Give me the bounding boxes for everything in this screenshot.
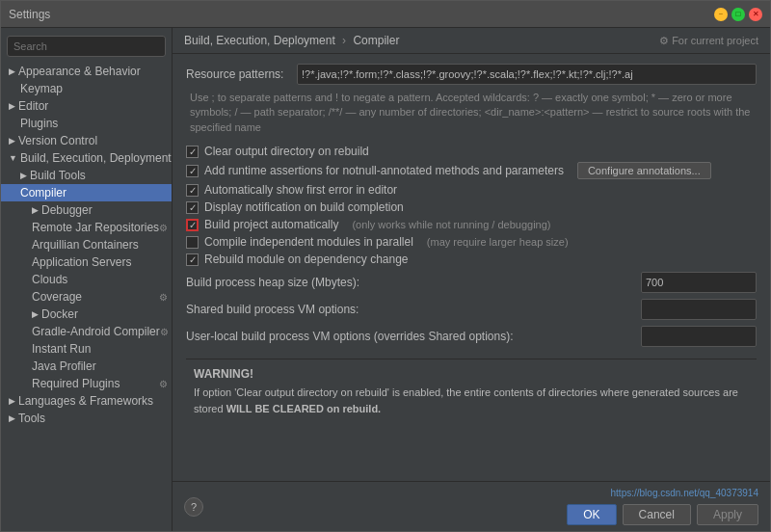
main-panel: Build, Execution, Deployment › Compiler … (173, 28, 770, 531)
sidebar-item-required-plugins[interactable]: Required Plugins ⚙ (1, 375, 172, 392)
build-auto-label[interactable]: Build project automatically (204, 218, 338, 231)
sidebar-item-languages[interactable]: ▶ Languages & Frameworks (1, 392, 172, 410)
settings-icon: ⚙ (160, 327, 169, 337)
checkbox-auto-show: Automatically show first error in editor (186, 183, 757, 197)
sidebar-item-gradle-android[interactable]: Gradle-Android Compiler ⚙ (1, 323, 172, 340)
sidebar-item-plugins[interactable]: Plugins (1, 115, 172, 132)
sidebar: ▶ Appearance & Behavior Keymap ▶ Editor … (1, 28, 173, 531)
main-content: ▶ Appearance & Behavior Keymap ▶ Editor … (1, 28, 770, 531)
display-notif-label[interactable]: Display notification on build completion (204, 200, 404, 214)
sidebar-item-app-servers[interactable]: Application Servers (1, 253, 172, 271)
checkbox-build-auto: Build project automatically (only works … (186, 218, 757, 231)
warning-bold: WILL BE CLEARED on rebuild. (226, 403, 382, 414)
rebuild-module-label[interactable]: Rebuild module on dependency change (204, 253, 409, 266)
sidebar-item-editor[interactable]: ▶ Editor (1, 97, 172, 115)
add-runtime-label[interactable]: Add runtime assertions for notnull-annot… (204, 164, 564, 177)
breadcrumb-separator: › (342, 34, 346, 47)
resource-patterns-row: Resource patterns: (186, 64, 757, 85)
breadcrumb-current: Compiler (353, 34, 399, 47)
close-button[interactable]: ✕ (749, 8, 762, 21)
sidebar-item-docker[interactable]: ▶ Docker (1, 306, 172, 323)
settings-icon: ⚙ (159, 379, 168, 389)
expand-arrow: ▶ (9, 396, 15, 406)
apply-button[interactable]: Apply (697, 504, 758, 525)
checkbox-rebuild-module: Rebuild module on dependency change (186, 253, 757, 266)
help-button[interactable]: ? (184, 497, 203, 517)
settings-icon: ⚙ (159, 292, 168, 303)
ok-button[interactable]: OK (567, 504, 616, 525)
compile-parallel-sidenote: (may require larger heap size) (427, 236, 569, 248)
cancel-button[interactable]: Cancel (623, 504, 691, 525)
sidebar-item-build-tools[interactable]: ▶ Build Tools (1, 167, 172, 184)
for-current-project[interactable]: ⚙ For current project (659, 35, 758, 47)
user-local-vm-row: User-local build process VM options (ove… (186, 326, 757, 347)
resource-label: Resource patterns: (186, 67, 297, 81)
clear-output-label[interactable]: Clear output directory on rebuild (204, 145, 369, 158)
settings-icon: ⚙ (159, 223, 168, 233)
clear-output-checkbox[interactable] (186, 146, 199, 158)
auto-show-label[interactable]: Automatically show first error in editor (204, 183, 397, 197)
rebuild-module-checkbox[interactable] (186, 253, 199, 266)
shared-vm-label: Shared build process VM options: (186, 303, 641, 316)
display-notif-checkbox[interactable] (186, 201, 199, 214)
sidebar-item-coverage[interactable]: Coverage ⚙ (1, 288, 172, 306)
bottom-bar: ? https://blog.csdn.net/qq_40373914 OK C… (173, 481, 770, 531)
heap-label: Build process heap size (Mbytes): (186, 276, 641, 289)
footer-link: https://blog.csdn.net/qq_40373914 (611, 488, 758, 498)
warning-text: If option 'Clear output directory on reb… (194, 385, 749, 416)
user-local-vm-label: User-local build process VM options (ove… (186, 330, 641, 343)
checkbox-compile-parallel: Compile independent modules in parallel … (186, 235, 757, 249)
warning-title: WARNING! (194, 367, 749, 381)
compile-parallel-label[interactable]: Compile independent modules in parallel (204, 235, 413, 249)
auto-show-checkbox[interactable] (186, 184, 199, 197)
window-controls: − □ ✕ (714, 8, 762, 21)
expand-arrow: ▶ (32, 205, 39, 215)
warning-section: WARNING! If option 'Clear output directo… (186, 359, 757, 424)
shared-vm-input[interactable] (641, 299, 757, 320)
settings-window: Settings − □ ✕ ▶ Appearance & Behavior K… (0, 0, 771, 532)
checkbox-display-notif: Display notification on build completion (186, 200, 757, 214)
breadcrumb-path: Build, Execution, Deployment (184, 34, 335, 47)
user-local-vm-input[interactable] (641, 326, 757, 347)
sidebar-item-compiler[interactable]: Compiler (1, 184, 172, 201)
sidebar-item-tools[interactable]: ▶ Tools (1, 410, 172, 427)
window-title: Settings (9, 8, 50, 21)
configure-annotations-button[interactable]: Configure annotations... (577, 162, 711, 179)
sidebar-item-java-profiler[interactable]: Java Profiler (1, 358, 172, 375)
search-box[interactable] (7, 36, 166, 57)
heap-input[interactable] (641, 272, 757, 293)
title-bar: Settings − □ ✕ (1, 1, 770, 28)
sidebar-item-build-exec-deploy[interactable]: ▼ Build, Execution, Deployment (1, 149, 172, 167)
add-runtime-checkbox[interactable] (186, 165, 199, 177)
sidebar-item-arquillian[interactable]: Arquillian Containers (1, 236, 172, 253)
sidebar-item-keymap[interactable]: Keymap (1, 80, 172, 97)
heap-size-row: Build process heap size (Mbytes): (186, 272, 757, 293)
expand-arrow: ▶ (9, 101, 15, 111)
breadcrumb-bar: Build, Execution, Deployment › Compiler … (173, 28, 770, 54)
expand-arrow: ▶ (9, 66, 15, 76)
expand-arrow: ▼ (9, 153, 17, 163)
expand-arrow: ▶ (9, 413, 15, 423)
sidebar-item-debugger[interactable]: ▶ Debugger (1, 201, 172, 219)
settings-content: Resource patterns: Use ; to separate pat… (173, 54, 770, 481)
shared-vm-row: Shared build process VM options: (186, 299, 757, 320)
build-auto-sidenote: (only works while not running / debuggin… (352, 219, 550, 230)
sidebar-item-version-control[interactable]: ▶ Version Control (1, 132, 172, 149)
checkbox-add-runtime: Add runtime assertions for notnull-annot… (186, 162, 757, 179)
sidebar-item-instant-run[interactable]: Instant Run (1, 340, 172, 358)
bottom-right: https://blog.csdn.net/qq_40373914 OK Can… (567, 488, 758, 525)
compile-parallel-checkbox[interactable] (186, 236, 199, 249)
breadcrumb: Build, Execution, Deployment › Compiler (184, 34, 399, 47)
sidebar-item-remote-jar[interactable]: Remote Jar Repositories ⚙ (1, 219, 172, 236)
sidebar-item-appearance[interactable]: ▶ Appearance & Behavior (1, 63, 172, 80)
expand-arrow: ▶ (32, 309, 39, 319)
expand-arrow: ▶ (9, 136, 15, 146)
search-input[interactable] (13, 40, 159, 52)
maximize-button[interactable]: □ (731, 8, 745, 21)
sidebar-item-clouds[interactable]: Clouds (1, 271, 172, 288)
expand-arrow: ▶ (20, 171, 27, 180)
build-auto-checkbox[interactable] (186, 219, 199, 231)
minimize-button[interactable]: − (714, 8, 728, 21)
resource-input[interactable] (297, 64, 757, 85)
hint-text: Use ; to separate patterns and ! to nega… (186, 91, 757, 135)
